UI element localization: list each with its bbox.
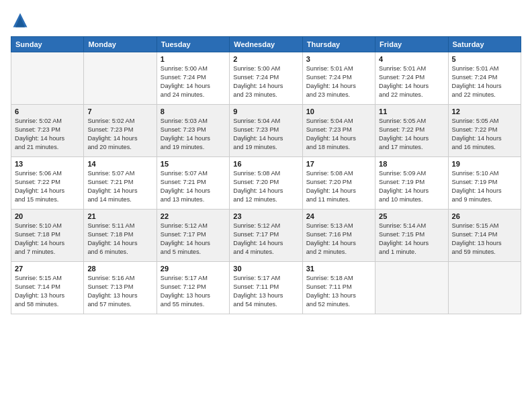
day-number: 17 [306, 160, 371, 168]
day-number: 12 [452, 107, 517, 116]
day-cell: 31Sunrise: 5:18 AM Sunset: 7:11 PM Dayli… [302, 262, 375, 314]
day-number: 18 [379, 160, 444, 168]
day-number: 8 [161, 107, 226, 116]
day-number: 28 [87, 265, 152, 273]
logo [11, 11, 32, 30]
day-detail: Sunrise: 5:13 AM Sunset: 7:16 PM Dayligh… [306, 222, 371, 257]
day-number: 10 [306, 107, 371, 116]
column-header-tuesday: Tuesday [157, 37, 229, 52]
day-number: 3 [306, 55, 371, 63]
day-detail: Sunrise: 5:03 AM Sunset: 7:23 PM Dayligh… [161, 117, 226, 152]
day-cell: 16Sunrise: 5:08 AM Sunset: 7:20 PM Dayli… [230, 157, 302, 210]
day-detail: Sunrise: 5:00 AM Sunset: 7:24 PM Dayligh… [161, 64, 226, 99]
day-cell: 4Sunrise: 5:01 AM Sunset: 7:24 PM Daylig… [375, 52, 448, 105]
day-number: 27 [15, 265, 80, 273]
day-cell: 20Sunrise: 5:10 AM Sunset: 7:18 PM Dayli… [11, 210, 84, 262]
week-row-2: 6Sunrise: 5:02 AM Sunset: 7:23 PM Daylig… [11, 105, 521, 157]
day-detail: Sunrise: 5:18 AM Sunset: 7:11 PM Dayligh… [306, 274, 371, 309]
day-number: 2 [233, 55, 298, 63]
day-detail: Sunrise: 5:12 AM Sunset: 7:17 PM Dayligh… [161, 222, 226, 257]
day-cell: 3Sunrise: 5:01 AM Sunset: 7:24 PM Daylig… [302, 52, 375, 105]
page: SundayMondayTuesdayWednesdayThursdayFrid… [0, 0, 532, 411]
day-cell: 27Sunrise: 5:15 AM Sunset: 7:14 PM Dayli… [11, 262, 84, 314]
day-detail: Sunrise: 5:01 AM Sunset: 7:24 PM Dayligh… [306, 64, 371, 99]
column-header-sunday: Sunday [11, 37, 84, 52]
day-detail: Sunrise: 5:04 AM Sunset: 7:23 PM Dayligh… [233, 117, 298, 152]
day-detail: Sunrise: 5:11 AM Sunset: 7:18 PM Dayligh… [87, 222, 152, 257]
day-detail: Sunrise: 5:08 AM Sunset: 7:20 PM Dayligh… [306, 169, 371, 204]
day-detail: Sunrise: 5:17 AM Sunset: 7:12 PM Dayligh… [161, 274, 226, 309]
column-header-thursday: Thursday [302, 37, 375, 52]
day-cell: 6Sunrise: 5:02 AM Sunset: 7:23 PM Daylig… [11, 105, 84, 157]
day-number: 25 [379, 212, 444, 220]
day-cell: 12Sunrise: 5:05 AM Sunset: 7:22 PM Dayli… [448, 105, 521, 157]
day-cell: 13Sunrise: 5:06 AM Sunset: 7:22 PM Dayli… [11, 157, 84, 210]
column-header-wednesday: Wednesday [230, 37, 302, 52]
day-number: 16 [233, 160, 298, 168]
day-number: 1 [161, 55, 226, 63]
day-cell: 24Sunrise: 5:13 AM Sunset: 7:16 PM Dayli… [302, 210, 375, 262]
day-detail: Sunrise: 5:09 AM Sunset: 7:19 PM Dayligh… [379, 169, 444, 204]
day-cell: 7Sunrise: 5:02 AM Sunset: 7:23 PM Daylig… [84, 105, 157, 157]
day-cell: 17Sunrise: 5:08 AM Sunset: 7:20 PM Dayli… [302, 157, 375, 210]
day-detail: Sunrise: 5:15 AM Sunset: 7:14 PM Dayligh… [452, 222, 517, 257]
day-cell: 30Sunrise: 5:17 AM Sunset: 7:11 PM Dayli… [230, 262, 302, 314]
week-row-1: 1Sunrise: 5:00 AM Sunset: 7:24 PM Daylig… [11, 52, 521, 105]
day-detail: Sunrise: 5:07 AM Sunset: 7:21 PM Dayligh… [161, 169, 226, 204]
day-cell: 22Sunrise: 5:12 AM Sunset: 7:17 PM Dayli… [157, 210, 229, 262]
day-number: 29 [161, 265, 226, 273]
day-cell: 9Sunrise: 5:04 AM Sunset: 7:23 PM Daylig… [230, 105, 302, 157]
day-number: 15 [161, 160, 226, 168]
day-number: 22 [161, 212, 226, 220]
day-number: 30 [233, 265, 298, 273]
day-cell: 2Sunrise: 5:00 AM Sunset: 7:24 PM Daylig… [230, 52, 302, 105]
day-cell: 21Sunrise: 5:11 AM Sunset: 7:18 PM Dayli… [84, 210, 157, 262]
week-row-3: 13Sunrise: 5:06 AM Sunset: 7:22 PM Dayli… [11, 157, 521, 210]
day-cell [84, 52, 157, 105]
day-number: 26 [452, 212, 517, 220]
day-number: 24 [306, 212, 371, 220]
day-detail: Sunrise: 5:10 AM Sunset: 7:18 PM Dayligh… [15, 222, 80, 257]
day-cell: 18Sunrise: 5:09 AM Sunset: 7:19 PM Dayli… [375, 157, 448, 210]
day-detail: Sunrise: 5:15 AM Sunset: 7:14 PM Dayligh… [15, 274, 80, 309]
week-row-4: 20Sunrise: 5:10 AM Sunset: 7:18 PM Dayli… [11, 210, 521, 262]
column-header-saturday: Saturday [448, 37, 521, 52]
day-cell: 19Sunrise: 5:10 AM Sunset: 7:19 PM Dayli… [448, 157, 521, 210]
day-number: 19 [452, 160, 517, 168]
day-detail: Sunrise: 5:10 AM Sunset: 7:19 PM Dayligh… [452, 169, 517, 204]
header-row: SundayMondayTuesdayWednesdayThursdayFrid… [11, 37, 521, 52]
day-detail: Sunrise: 5:00 AM Sunset: 7:24 PM Dayligh… [233, 64, 298, 99]
week-row-5: 27Sunrise: 5:15 AM Sunset: 7:14 PM Dayli… [11, 262, 521, 314]
logo-icon [11, 11, 30, 30]
day-detail: Sunrise: 5:02 AM Sunset: 7:23 PM Dayligh… [87, 117, 152, 152]
day-detail: Sunrise: 5:16 AM Sunset: 7:13 PM Dayligh… [87, 274, 152, 309]
day-detail: Sunrise: 5:07 AM Sunset: 7:21 PM Dayligh… [87, 169, 152, 204]
day-number: 4 [379, 55, 444, 63]
column-header-friday: Friday [375, 37, 448, 52]
day-cell: 11Sunrise: 5:05 AM Sunset: 7:22 PM Dayli… [375, 105, 448, 157]
calendar-table: SundayMondayTuesdayWednesdayThursdayFrid… [11, 36, 521, 314]
day-number: 7 [87, 107, 152, 116]
day-cell [448, 262, 521, 314]
day-number: 23 [233, 212, 298, 220]
day-cell: 14Sunrise: 5:07 AM Sunset: 7:21 PM Dayli… [84, 157, 157, 210]
day-detail: Sunrise: 5:01 AM Sunset: 7:24 PM Dayligh… [452, 64, 517, 99]
day-cell: 1Sunrise: 5:00 AM Sunset: 7:24 PM Daylig… [157, 52, 229, 105]
day-number: 9 [233, 107, 298, 116]
day-cell [11, 52, 84, 105]
day-cell: 15Sunrise: 5:07 AM Sunset: 7:21 PM Dayli… [157, 157, 229, 210]
day-number: 31 [306, 265, 371, 273]
day-number: 5 [452, 55, 517, 63]
day-number: 20 [15, 212, 80, 220]
day-cell: 5Sunrise: 5:01 AM Sunset: 7:24 PM Daylig… [448, 52, 521, 105]
day-number: 13 [15, 160, 80, 168]
day-detail: Sunrise: 5:14 AM Sunset: 7:15 PM Dayligh… [379, 222, 444, 257]
day-cell [375, 262, 448, 314]
day-cell: 25Sunrise: 5:14 AM Sunset: 7:15 PM Dayli… [375, 210, 448, 262]
day-cell: 8Sunrise: 5:03 AM Sunset: 7:23 PM Daylig… [157, 105, 229, 157]
day-detail: Sunrise: 5:08 AM Sunset: 7:20 PM Dayligh… [233, 169, 298, 204]
day-detail: Sunrise: 5:04 AM Sunset: 7:23 PM Dayligh… [306, 117, 371, 152]
day-detail: Sunrise: 5:17 AM Sunset: 7:11 PM Dayligh… [233, 274, 298, 309]
day-detail: Sunrise: 5:05 AM Sunset: 7:22 PM Dayligh… [452, 117, 517, 152]
day-detail: Sunrise: 5:02 AM Sunset: 7:23 PM Dayligh… [15, 117, 80, 152]
